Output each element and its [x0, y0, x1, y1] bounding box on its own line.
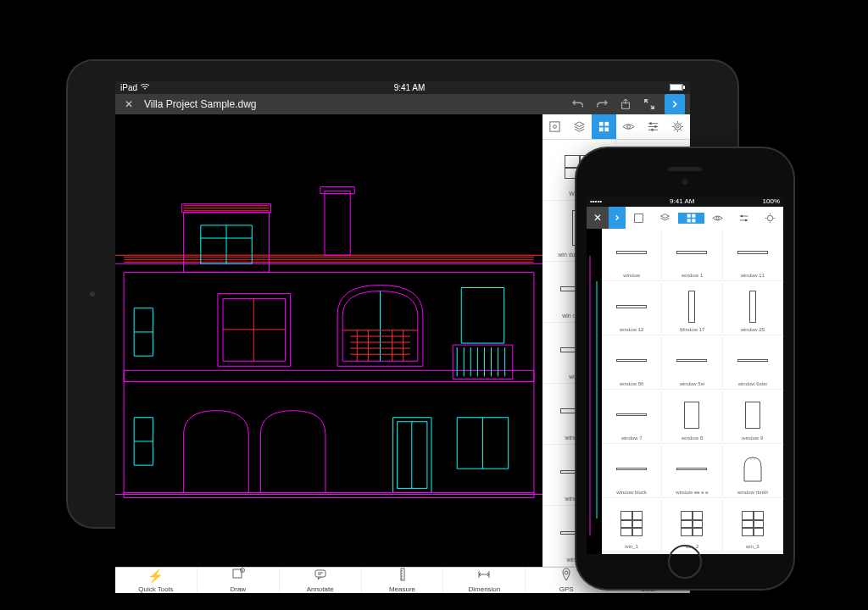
svg-rect-7: [124, 370, 534, 381]
svg-rect-5: [124, 272, 534, 494]
view-tab[interactable]: [704, 213, 731, 224]
svg-point-66: [654, 125, 657, 128]
block-item[interactable]: window 8: [662, 391, 722, 444]
share-icon[interactable]: [617, 96, 634, 113]
svg-rect-55: [550, 122, 559, 131]
block-item[interactable]: window 1: [662, 229, 722, 281]
block-item[interactable]: window ee e e: [662, 446, 722, 498]
signal-dots: •••••: [590, 197, 602, 205]
svg-point-92: [741, 214, 743, 216]
layers-tab[interactable]: [652, 213, 678, 224]
block-label: window 1: [682, 273, 703, 278]
undo-icon[interactable]: [570, 96, 587, 113]
block-item[interactable]: window 9: [723, 391, 783, 444]
iphone-main: windowwindow 1window 11window 12Window 1…: [587, 229, 783, 554]
iphone-blocks-grid: windowwindow 1window 11window 12Window 1…: [602, 229, 783, 554]
redo-icon[interactable]: [593, 96, 610, 113]
block-item[interactable]: window block: [602, 446, 662, 498]
draw-icon: [231, 568, 245, 584]
svg-rect-84: [635, 214, 643, 222]
block-item[interactable]: win_1: [602, 500, 662, 552]
annotate-button[interactable]: Annotate: [280, 568, 362, 593]
svg-rect-19: [325, 191, 350, 256]
block-label: window 5ft: [620, 381, 643, 386]
block-thumb: [604, 502, 659, 544]
sliders-tab[interactable]: [731, 213, 757, 224]
ipad-camera: [90, 291, 95, 297]
pin-icon: [559, 568, 573, 584]
panel-collapse-button[interactable]: [665, 94, 685, 114]
clock: 9:41 AM: [394, 83, 426, 92]
block-item[interactable]: window 12: [602, 283, 662, 336]
block-label: window 5st: [680, 381, 705, 386]
block-item[interactable]: window rbnkli: [723, 446, 783, 498]
gear-tab[interactable]: [757, 213, 783, 224]
iphone-home-button[interactable]: [668, 545, 702, 579]
svg-rect-22: [223, 299, 286, 362]
annotate-icon: [314, 568, 327, 584]
iphone-camera: [682, 179, 688, 185]
block-thumb: [726, 231, 780, 273]
close-icon[interactable]: ✕: [587, 207, 609, 229]
panel-collapse-button[interactable]: [609, 207, 626, 229]
block-label: window rbnkli: [737, 490, 768, 495]
block-thumb: [726, 502, 780, 544]
blocks-tab[interactable]: [678, 213, 704, 224]
draw-button[interactable]: Draw: [198, 568, 280, 593]
block-item[interactable]: window 7: [602, 391, 662, 444]
block-thumb: [665, 502, 719, 544]
svg-rect-57: [599, 122, 604, 126]
block-item[interactable]: window 11: [723, 229, 783, 281]
quick-tools-button[interactable]: ⚡ Quick Tools: [115, 568, 198, 593]
layers-tab[interactable]: [567, 114, 592, 139]
expand-icon[interactable]: [641, 96, 658, 113]
sliders-tab[interactable]: [641, 114, 665, 139]
panel-tabs: [542, 114, 690, 140]
carrier-label: iPad: [120, 83, 137, 92]
drawing-canvas[interactable]: [115, 114, 542, 567]
svg-point-56: [554, 125, 557, 129]
svg-rect-21: [218, 294, 291, 367]
svg-point-89: [716, 216, 719, 219]
block-label: window block: [616, 490, 647, 495]
close-icon[interactable]: ✕: [120, 96, 137, 113]
block-item[interactable]: Window 17: [662, 283, 722, 336]
svg-rect-58: [604, 122, 609, 126]
palette-tab[interactable]: [626, 213, 652, 224]
view-tab[interactable]: [616, 114, 641, 139]
svg-rect-72: [315, 570, 326, 577]
block-label: win_1: [625, 544, 638, 549]
measure-button[interactable]: Measure: [362, 568, 444, 593]
gear-tab[interactable]: [665, 114, 690, 139]
svg-rect-1: [670, 85, 682, 90]
block-thumb: [665, 286, 719, 327]
block-label: Window 17: [680, 327, 705, 332]
iphone-screen: ••••• 9:41 AM 100% ✕ windowwindow 1windo…: [587, 196, 783, 536]
block-label: window: [623, 273, 640, 278]
iphone-canvas-sliver[interactable]: [587, 229, 602, 554]
block-label: window 8: [682, 435, 703, 441]
svg-point-69: [676, 125, 679, 128]
svg-rect-44: [461, 288, 504, 344]
dimension-button[interactable]: Dimension: [443, 568, 526, 593]
svg-point-93: [745, 219, 747, 220]
ipad-status-bar: iPad 9:41 AM: [115, 81, 690, 94]
blocks-tab[interactable]: [592, 114, 616, 139]
block-thumb: [604, 448, 659, 490]
block-thumb: [604, 231, 659, 273]
block-thumb: [665, 231, 719, 273]
block-item[interactable]: window 5st: [662, 337, 722, 390]
block-item[interactable]: window 25: [723, 283, 783, 336]
block-item[interactable]: window: [602, 229, 662, 281]
block-thumb: [665, 448, 719, 490]
dimension-icon: [477, 568, 491, 584]
block-item[interactable]: window 5ft: [602, 337, 662, 390]
palette-tab[interactable]: [542, 114, 567, 139]
svg-rect-86: [692, 214, 695, 217]
block-thumb: [665, 394, 719, 435]
block-label: win_3: [746, 544, 760, 549]
block-item[interactable]: win_3: [723, 500, 783, 552]
block-item[interactable]: win_2: [662, 500, 722, 552]
block-item[interactable]: window 6stst: [723, 337, 783, 390]
svg-rect-35: [453, 345, 513, 379]
